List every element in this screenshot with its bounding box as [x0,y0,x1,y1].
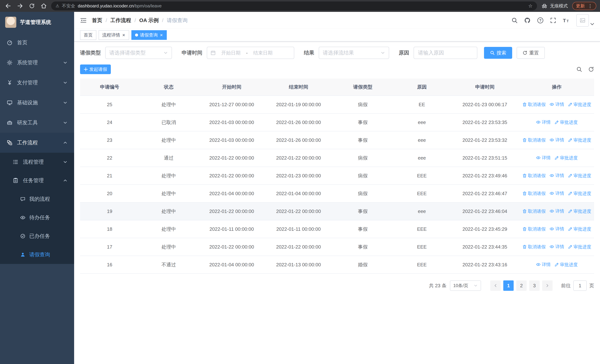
detail-link[interactable]: 详情 [536,155,551,161]
cell-apply-time: 2022-01-22 23:46:47 [450,185,519,202]
address-bar[interactable]: ⚠ 不安全 dashboard.yudao.iocoder.cn/bpm/oa/… [51,1,537,10]
github-link[interactable] [524,17,531,24]
approval-progress-link[interactable]: 审批进度 [568,208,591,214]
next-page-button[interactable] [542,280,553,291]
detail-link[interactable]: 详情 [549,137,564,143]
security-label[interactable]: 不安全 [62,3,75,9]
detail-link[interactable]: 详情 [549,190,564,196]
browser-home-button[interactable] [39,1,48,10]
sidebar-item-home[interactable]: 首页 [0,33,74,53]
close-icon[interactable]: × [122,33,125,37]
page-button-3[interactable]: 3 [529,280,540,291]
avatar[interactable] [576,14,589,27]
chevron-up-icon [63,178,67,183]
approval-progress-link[interactable]: 审批进度 [554,119,578,125]
cancel-leave-link[interactable]: 取消请假 [522,226,546,232]
forward-icon [17,3,23,9]
browser-update-button[interactable]: 更新 ⋮ [572,2,596,10]
result-select[interactable]: 请选择流结果 [319,47,389,59]
end-date-input[interactable] [250,50,276,56]
breadcrumb-home[interactable]: 首页 [92,17,102,24]
sidebar-item-my-processes[interactable]: 我的流程 [0,190,74,208]
detail-link[interactable]: 详情 [549,173,564,178]
browser-menu-icon[interactable]: ⋮ [588,3,593,9]
prev-page-button[interactable] [490,280,501,291]
search-button[interactable]: 搜索 [484,47,512,59]
sidebar-item-leave-query[interactable]: 请假查询 [0,245,74,264]
help-icon: ? [537,17,544,24]
cancel-leave-link[interactable]: 取消请假 [522,102,546,107]
table-row: 23处理中2022-01-03 00:00:002022-01-26 00:00… [80,131,594,149]
cell-start-time: 2022-01-22 00:00:00 [198,167,265,185]
cancel-leave-link[interactable]: 取消请假 [522,244,546,250]
bookmark-star-icon[interactable]: ☆ [528,3,533,9]
create-leave-button[interactable]: 发起请假 [80,65,111,74]
breadcrumb-workflow[interactable]: 工作流程 [111,17,131,24]
approval-progress-link[interactable]: 审批进度 [568,226,591,232]
cancel-leave-link[interactable]: 取消请假 [522,173,546,179]
detail-link[interactable]: 详情 [549,226,564,232]
approval-progress-link[interactable]: 审批进度 [568,102,591,107]
cell-start-time: 2022-01-04 00:00:00 [198,256,265,274]
sidebar-toggle-button[interactable] [80,17,87,24]
apply-time-range-picker[interactable]: - [207,47,294,59]
tab-process-detail[interactable]: 流程详情 × [99,30,129,40]
cancel-leave-link[interactable]: 取消请假 [522,208,546,214]
tab-leave-query[interactable]: 请假查询 × [131,30,167,40]
page-button-1[interactable]: 1 [503,280,514,291]
page-url[interactable]: dashboard.yudao.iocoder.cn/bpm/oa/leave [78,3,162,9]
edit-icon [568,245,572,249]
approval-progress-link[interactable]: 审批进度 [568,191,591,196]
goto-page: 前往 页 [561,280,594,291]
detail-link[interactable]: 详情 [549,244,564,250]
app-logo[interactable]: 芋道管理系统 [0,12,74,33]
cell-start-time: 2022-01-03 00:00:00 [198,113,265,131]
sidebar-item-infrastructure[interactable]: 基础设施 [0,93,74,113]
goto-page-input[interactable] [573,280,587,291]
browser-forward-button[interactable] [16,1,24,10]
approval-progress-link[interactable]: 审批进度 [568,244,591,250]
approval-progress-link[interactable]: 审批进度 [568,173,591,179]
detail-link[interactable]: 详情 [536,119,551,125]
fullscreen-button[interactable] [550,17,556,24]
sidebar-item-process-management[interactable]: 流程管理 [0,153,74,171]
start-date-input[interactable] [217,50,244,56]
detail-link[interactable]: 详情 [536,261,551,267]
sidebar-item-done-tasks[interactable]: 已办任务 [0,227,74,245]
approval-progress-link[interactable]: 审批进度 [554,155,578,161]
chevron-down-icon [63,101,67,105]
apply-time-label: 申请时间 [182,49,202,56]
refresh-table-button[interactable] [588,66,594,72]
browser-reload-button[interactable] [28,1,36,10]
sidebar-item-devtools[interactable]: 研发工具 [0,113,74,133]
sidebar-item-task-management[interactable]: 任务管理 [0,171,74,190]
plus-icon [84,67,88,71]
tab-home[interactable]: 首页 [80,30,96,40]
leave-type-select[interactable]: 请选择请假类型 [105,47,172,59]
reason-label: 原因 [399,49,409,56]
browser-back-button[interactable] [4,1,13,10]
page-size-select[interactable]: 10条/页 [450,280,481,291]
cell-start-time: 2021-12-27 00:00:00 [198,96,265,113]
close-icon[interactable]: × [159,33,163,37]
detail-link[interactable]: 详情 [549,101,564,107]
reset-button[interactable]: 重置 [517,47,545,59]
trash-icon [522,191,527,196]
toggle-search-button[interactable] [576,66,582,72]
sidebar-item-workflow[interactable]: 工作流程 [0,133,74,153]
cancel-leave-link[interactable]: 取消请假 [522,137,546,143]
approval-progress-link[interactable]: 审批进度 [568,137,591,143]
font-size-button[interactable]: TT [562,17,570,24]
breadcrumb-oa-example[interactable]: OA 示例 [139,17,159,24]
detail-link[interactable]: 详情 [549,208,564,214]
sidebar-item-payment[interactable]: 支付管理 [0,73,74,93]
sidebar-item-system[interactable]: 系统管理 [0,53,74,73]
cancel-leave-link[interactable]: 取消请假 [522,191,546,196]
header-search-button[interactable] [511,17,518,24]
help-button[interactable]: ? [537,17,544,24]
page-button-2[interactable]: 2 [516,280,527,291]
sidebar-item-pending-tasks[interactable]: 待办任务 [0,208,74,227]
user-menu[interactable] [576,14,594,27]
approval-progress-link[interactable]: 审批进度 [554,262,578,268]
reason-input[interactable] [413,47,477,59]
